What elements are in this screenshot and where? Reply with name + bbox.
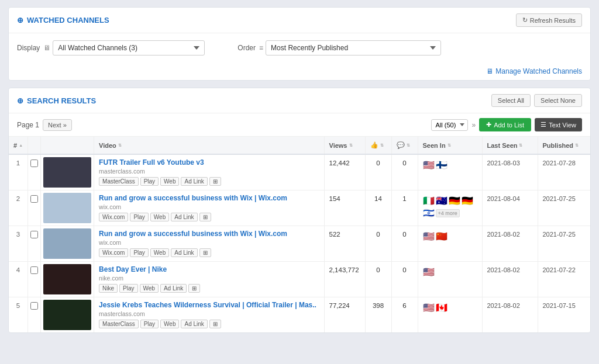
video-tag[interactable]: ⊞: [209, 177, 221, 186]
row-seen-in: 🇺🇸🇨🇦: [418, 297, 482, 333]
flag-icon: 🇺🇸: [423, 160, 435, 171]
row-checkbox[interactable]: [30, 160, 38, 167]
video-tag[interactable]: Play: [130, 248, 148, 257]
flag-icon: +4 more: [436, 209, 460, 217]
video-tag[interactable]: Nike: [99, 284, 118, 293]
row-likes: 14: [365, 190, 391, 226]
row-number: 1: [9, 154, 28, 190]
video-title[interactable]: Jessie Krebs Teaches Wilderness Survival…: [99, 301, 319, 309]
select-buttons: Select All Select None: [491, 94, 582, 107]
table-row: 4Best Day Ever | Nikenike.comNikePlayWeb…: [9, 262, 590, 297]
thumbnail-image[interactable]: [43, 157, 91, 188]
row-number: 5: [9, 297, 28, 333]
col-last-seen: Last Seen ⇅: [482, 137, 538, 154]
video-tag[interactable]: Web: [150, 213, 169, 221]
results-header: ⊕ SEARCH RESULTS Select All Select None: [9, 88, 590, 113]
table-row: 2Run and grow a successful business with…: [9, 190, 590, 226]
video-tag[interactable]: Play: [140, 177, 159, 186]
flag-icon: 🇺🇸: [423, 266, 435, 278]
watched-channels-panel: ⊕ WATCHED CHANNELS ↻ Refresh Results Dis…: [8, 7, 591, 81]
text-view-button[interactable]: ☰ Text View: [535, 118, 582, 131]
results-table: #▲ Video ⇅ Views ⇅ 👍 ⇅ 💬 ⇅ Seen In ⇅ Las…: [9, 137, 590, 332]
results-toolbar: Page 1 Next » All (50) » ✚ Add to List ☰…: [9, 113, 590, 137]
select-all-button[interactable]: Select All: [491, 94, 531, 107]
row-likes: 0: [365, 262, 391, 297]
flag-icon: 🇩🇪: [449, 195, 460, 206]
row-seen-in: 🇮🇹🇦🇺🇩🇪🇩🇪🇮🇱+4 more: [418, 190, 482, 226]
next-page-button[interactable]: Next »: [43, 119, 72, 131]
thumbnail-image[interactable]: [43, 264, 91, 294]
col-likes: 👍 ⇅: [365, 137, 391, 154]
row-checkbox-cell: [28, 154, 41, 190]
row-video-info: Run and grow a successful business with …: [94, 226, 324, 262]
video-title[interactable]: Run and grow a successful business with …: [99, 194, 319, 202]
video-tag[interactable]: Web: [140, 284, 159, 293]
flag-icon: 🇫🇮: [436, 160, 447, 171]
row-published: 2021-07-22: [538, 262, 590, 297]
video-tag[interactable]: ⊞: [199, 248, 211, 257]
video-source: wix.com: [99, 203, 319, 210]
row-number: 4: [9, 262, 28, 297]
video-tag[interactable]: Wix.com: [99, 248, 128, 257]
row-checkbox[interactable]: [30, 231, 38, 238]
select-none-button[interactable]: Select None: [534, 94, 582, 107]
row-checkbox[interactable]: [30, 302, 38, 310]
row-seen-in: 🇺🇸🇫🇮: [418, 154, 482, 190]
video-tag[interactable]: ⊞: [199, 213, 211, 221]
video-tag[interactable]: Wix.com: [99, 213, 128, 221]
video-tag[interactable]: Web: [160, 320, 179, 328]
video-tag[interactable]: Web: [150, 248, 169, 257]
row-thumbnail: [41, 190, 94, 226]
refresh-results-button[interactable]: ↻ Refresh Results: [516, 13, 582, 27]
video-tag[interactable]: Ad Link: [171, 248, 197, 257]
video-title[interactable]: Run and grow a successful business with …: [99, 230, 319, 238]
row-checkbox-cell: [28, 226, 41, 262]
video-tag[interactable]: ⊞: [188, 284, 200, 293]
thumbnail-image[interactable]: [43, 228, 91, 259]
watched-channels-icon: ⊕: [17, 16, 23, 25]
results-title: ⊕ SEARCH RESULTS: [17, 96, 96, 105]
thumbnail-image[interactable]: [43, 193, 91, 223]
search-results-panel: ⊕ SEARCH RESULTS Select All Select None …: [8, 88, 591, 333]
refresh-icon: ↻: [522, 16, 528, 24]
col-thumb: [41, 137, 94, 154]
display-select[interactable]: All Watched Channels (3): [53, 40, 205, 56]
order-select[interactable]: Most Recently Published: [266, 40, 441, 56]
row-likes: 0: [365, 154, 391, 190]
table-row: 5Jessie Krebs Teaches Wilderness Surviva…: [9, 297, 590, 333]
add-icon: ✚: [486, 121, 491, 129]
flag-icon: 🇺🇸: [423, 302, 435, 313]
video-tag[interactable]: Ad Link: [181, 320, 207, 328]
video-title[interactable]: FUTR Trailer Full v6 Youtube v3: [99, 158, 319, 167]
video-tag[interactable]: Play: [130, 213, 148, 221]
video-title[interactable]: Best Day Ever | Nike: [99, 265, 319, 273]
video-tags: MasterClassPlayWebAd Link⊞: [99, 320, 319, 328]
display-icon: 🖥: [43, 44, 50, 52]
video-tag[interactable]: Ad Link: [181, 177, 207, 186]
video-tag[interactable]: ⊞: [209, 320, 221, 328]
thumbnail-image[interactable]: [43, 300, 91, 330]
row-checkbox[interactable]: [30, 195, 38, 203]
video-tag[interactable]: Play: [119, 284, 137, 293]
video-source: wix.com: [99, 239, 319, 246]
video-tag[interactable]: Play: [140, 320, 159, 328]
flag-icon: 🇺🇸: [423, 231, 435, 242]
row-views: 154: [324, 190, 365, 226]
video-tag[interactable]: MasterClass: [99, 320, 139, 328]
video-tag[interactable]: MasterClass: [99, 177, 139, 186]
count-select[interactable]: All (50): [431, 119, 468, 131]
video-tag[interactable]: Web: [160, 177, 179, 186]
col-comments: 💬 ⇅: [391, 137, 418, 154]
video-source: masterclass.com: [99, 310, 319, 317]
flag-icon: 🇩🇪: [462, 195, 473, 206]
row-number: 3: [9, 226, 28, 262]
row-checkbox-cell: [28, 297, 41, 333]
video-tag[interactable]: Ad Link: [171, 213, 197, 221]
row-thumbnail: [41, 262, 94, 297]
row-checkbox-cell: [28, 262, 41, 297]
row-checkbox[interactable]: [30, 266, 38, 274]
add-to-list-button[interactable]: ✚ Add to List: [479, 118, 531, 131]
video-tag[interactable]: Ad Link: [160, 284, 187, 293]
manage-watched-channels-link[interactable]: 🖥 Manage Watched Channels: [9, 63, 590, 80]
video-tags: NikePlayWebAd Link⊞: [99, 284, 319, 293]
